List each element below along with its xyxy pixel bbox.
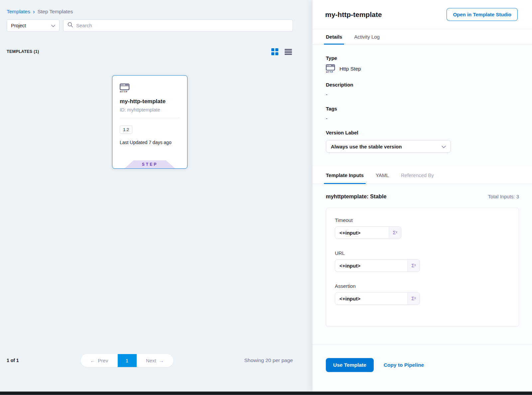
template-details-drawer: my-http-template Open in Template Studio… xyxy=(313,0,532,391)
breadcrumb-templates-link[interactable]: Templates xyxy=(7,9,30,15)
template-inputs-section: myhttptemplate: Stable Total Inputs: 3 T… xyxy=(313,184,532,344)
tab-template-inputs[interactable]: Template Inputs xyxy=(326,166,364,184)
url-label: URL xyxy=(335,250,510,256)
template-card[interactable]: HTTP my-http-template ID: myhttptemplate… xyxy=(112,75,188,169)
timeout-label: Timeout xyxy=(335,217,510,223)
card-last-updated: Last Updated 7 days ago xyxy=(120,140,180,145)
details-tab-bar: Details Activity Log xyxy=(313,29,532,45)
tags-value: - xyxy=(326,115,518,121)
chevron-down-icon xyxy=(51,23,55,28)
card-divider xyxy=(120,118,180,118)
type-label: Type xyxy=(326,55,518,61)
list-icon xyxy=(285,49,292,50)
http-step-icon: HTTP xyxy=(120,84,187,93)
open-in-template-studio-button[interactable]: Open in Template Studio xyxy=(447,8,518,21)
card-id: ID: myhttptemplate xyxy=(120,107,180,112)
version-select-value: Always use the stable version xyxy=(331,144,402,149)
description-label: Description xyxy=(326,82,518,88)
card-title: my-http-template xyxy=(120,98,180,105)
search-icon xyxy=(67,22,73,29)
search-box xyxy=(63,19,293,32)
url-field: URL <+input> Σˣ xyxy=(335,250,510,272)
assertion-label: Assertion xyxy=(335,283,510,289)
page-1-button[interactable]: 1 xyxy=(118,354,137,367)
pagination: ← Prev 1 Next → xyxy=(81,354,173,367)
tab-referenced-by[interactable]: Referenced By xyxy=(401,166,434,184)
grid-icon xyxy=(271,48,274,51)
timeout-input[interactable]: <+input> xyxy=(335,227,389,239)
svg-text:HTTP: HTTP xyxy=(120,90,128,93)
timeout-field: Timeout <+input> Σˣ xyxy=(335,217,510,239)
tags-label: Tags xyxy=(326,106,518,111)
breadcrumb: Templates › Step Templates xyxy=(7,9,73,15)
drawer-footer: Use Template Copy to Pipeline xyxy=(313,344,532,391)
grid-view-toggle[interactable] xyxy=(271,48,278,55)
expression-sigma-icon[interactable]: Σˣ xyxy=(389,227,401,239)
version-badge: 1.2 xyxy=(120,125,132,134)
page-summary: 1 of 1 xyxy=(7,358,19,363)
version-label: Version Label xyxy=(326,130,518,135)
inputs-tab-bar: Template Inputs YAML Referenced By xyxy=(313,166,532,184)
type-value: Http Step xyxy=(339,66,361,72)
per-page-label: Showing 20 per page xyxy=(193,357,293,363)
description-value: - xyxy=(326,92,518,97)
copy-to-pipeline-link[interactable]: Copy to Pipeline xyxy=(384,358,424,368)
chevron-right-icon: › xyxy=(33,9,35,15)
inputs-card: Timeout <+input> Σˣ URL <+input> Σˣ Asse… xyxy=(326,208,519,327)
search-input[interactable] xyxy=(76,23,289,28)
assertion-input[interactable]: <+input> xyxy=(335,293,407,304)
next-page-button[interactable]: Next → xyxy=(137,354,174,367)
chevron-down-icon xyxy=(442,144,446,149)
assertion-field: Assertion <+input> Σˣ xyxy=(335,283,510,305)
scope-select[interactable]: Project xyxy=(7,19,60,32)
url-input[interactable]: <+input> xyxy=(335,260,407,272)
expression-sigma-icon[interactable]: Σˣ xyxy=(407,293,420,304)
step-type-ribbon: STEP xyxy=(125,160,175,168)
svg-text:HTTP: HTTP xyxy=(326,71,333,73)
total-inputs-label: Total Inputs: 3 xyxy=(488,194,519,199)
tab-yaml[interactable]: YAML xyxy=(376,166,389,184)
tab-activity-log[interactable]: Activity Log xyxy=(354,29,380,44)
expression-sigma-icon[interactable]: Σˣ xyxy=(407,260,420,272)
tab-details[interactable]: Details xyxy=(326,29,342,44)
breadcrumb-current: Step Templates xyxy=(38,9,73,15)
scope-select-value: Project xyxy=(11,23,26,28)
prev-page-button[interactable]: ← Prev xyxy=(81,354,118,367)
arrow-left-icon: ← xyxy=(90,358,95,363)
http-step-icon: HTTP xyxy=(326,64,336,73)
list-view-toggle[interactable] xyxy=(285,49,292,55)
page: Templates › Step Templates Project TEMPL… xyxy=(0,0,532,395)
version-select[interactable]: Always use the stable version xyxy=(326,140,451,153)
use-template-button[interactable]: Use Template xyxy=(326,358,374,372)
drawer-title: my-http-template xyxy=(325,11,382,19)
details-section: Type HTTP Http Step Description - Tags - xyxy=(313,45,532,166)
drawer-header: my-http-template Open in Template Studio xyxy=(313,0,532,29)
templates-count-header: TEMPLATES (1) xyxy=(7,49,39,54)
arrow-right-icon: → xyxy=(159,358,164,363)
inputs-heading: myhttptemplate: Stable xyxy=(326,193,386,200)
template-list-panel: Templates › Step Templates Project TEMPL… xyxy=(0,0,313,391)
desktop-edge-strip xyxy=(0,391,532,395)
